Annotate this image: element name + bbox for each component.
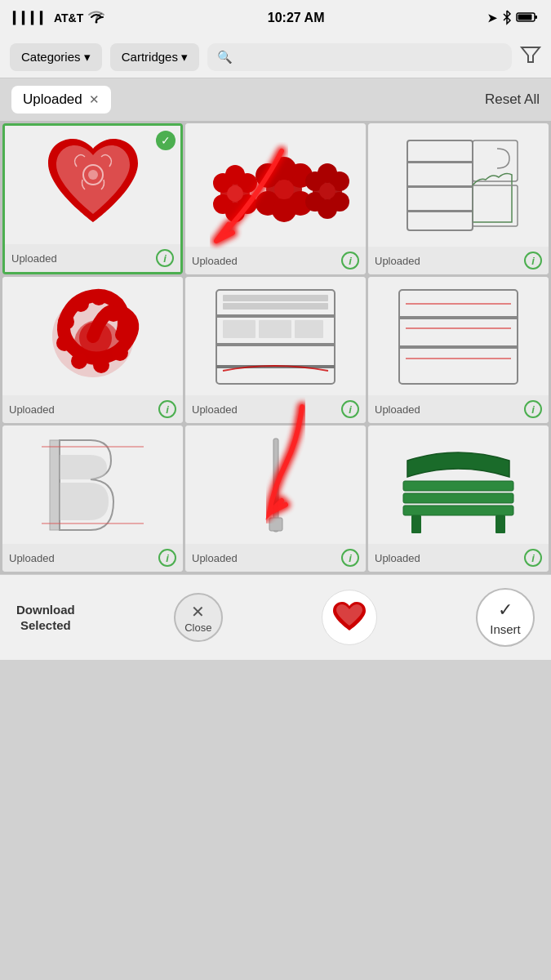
label-text: Uploaded xyxy=(375,552,420,564)
svg-rect-59 xyxy=(399,316,518,319)
close-label: Close xyxy=(184,621,211,634)
grid-item-8-label: Uploaded i xyxy=(185,544,366,572)
info-icon-4[interactable]: i xyxy=(158,400,176,418)
svg-rect-33 xyxy=(407,185,473,188)
grid-item-4-label: Uploaded i xyxy=(2,395,183,423)
svg-point-46 xyxy=(58,314,74,330)
status-left: ▎▎▎▎ AT&T xyxy=(13,11,104,26)
svg-point-21 xyxy=(272,198,296,222)
svg-point-22 xyxy=(274,180,294,199)
close-circle[interactable]: ✕ Close xyxy=(174,593,223,642)
heart-center-button[interactable] xyxy=(322,590,377,645)
close-button[interactable]: ✕ Close xyxy=(174,593,223,642)
svg-rect-71 xyxy=(403,506,513,515)
svg-point-41 xyxy=(118,324,134,341)
grid-item-8-image xyxy=(185,425,366,544)
svg-rect-73 xyxy=(495,515,505,533)
filter-close-icon[interactable]: ✕ xyxy=(89,92,100,107)
svg-rect-72 xyxy=(411,515,421,533)
search-bar[interactable]: 🔍 xyxy=(207,43,512,71)
label-text: Uploaded xyxy=(9,552,55,564)
grid-item-9-label: Uploaded i xyxy=(368,544,549,572)
grid-item-8[interactable]: Uploaded i xyxy=(185,425,366,572)
grid-item-3[interactable]: Uploaded i xyxy=(368,123,549,274)
grid-item-6-label: Uploaded i xyxy=(368,395,549,423)
categories-button[interactable]: Categories ▾ xyxy=(10,43,102,71)
svg-marker-4 xyxy=(522,47,540,62)
svg-point-26 xyxy=(318,163,337,183)
label-text: Uploaded xyxy=(375,403,420,416)
svg-rect-34 xyxy=(407,210,473,212)
info-icon-1[interactable]: i xyxy=(156,249,174,267)
bottom-bar: DownloadSelected ✕ Close ✓ xyxy=(0,574,551,660)
insert-button[interactable]: ✓ Insert xyxy=(476,588,535,647)
filter-tag-label: Uploaded xyxy=(23,91,82,108)
svg-point-0 xyxy=(96,20,98,23)
svg-rect-53 xyxy=(223,295,328,301)
svg-point-40 xyxy=(105,305,122,322)
svg-rect-55 xyxy=(223,320,256,338)
svg-point-45 xyxy=(56,335,73,351)
status-bar: ▎▎▎▎ AT&T 10:27 AM ➤ xyxy=(0,0,551,36)
heart-icon-center xyxy=(322,590,377,645)
info-icon-9[interactable]: i xyxy=(524,549,542,567)
label-text: Uploaded xyxy=(11,252,57,265)
svg-point-48 xyxy=(91,289,107,305)
grid-item-5-image xyxy=(185,277,366,395)
svg-rect-50 xyxy=(216,314,335,318)
grid-item-2-label: Uploaded i xyxy=(185,247,366,274)
bluetooth-icon xyxy=(502,10,512,27)
grid-item-4-image xyxy=(2,277,183,395)
status-right: ➤ xyxy=(487,10,538,27)
label-text: Uploaded xyxy=(192,255,238,267)
info-icon-3[interactable]: i xyxy=(524,252,542,270)
grid-item-2[interactable]: Uploaded i xyxy=(185,123,366,274)
grid-item-9[interactable]: Uploaded i xyxy=(368,425,549,572)
svg-point-43 xyxy=(93,357,109,373)
grid-item-7[interactable]: Uploaded i xyxy=(2,425,183,572)
reset-all-button[interactable]: Reset All xyxy=(485,91,540,108)
label-text: Uploaded xyxy=(192,552,238,564)
info-icon-2[interactable]: i xyxy=(341,252,359,270)
grid-item-3-label: Uploaded i xyxy=(368,247,549,274)
insert-circle[interactable]: ✓ Insert xyxy=(476,588,535,647)
grid-item-1-image: ✓ xyxy=(5,126,180,244)
info-icon-5[interactable]: i xyxy=(341,400,359,418)
grid-item-7-image xyxy=(2,425,183,544)
grid-item-5[interactable]: Uploaded i xyxy=(185,277,366,423)
cartridges-button[interactable]: Cartridges ▾ xyxy=(110,43,199,71)
image-grid: ✓ Uploaded i xyxy=(0,121,551,574)
svg-rect-54 xyxy=(223,303,328,310)
grid-item-6[interactable]: Uploaded i xyxy=(368,277,549,423)
grid-item-4[interactable]: Uploaded i xyxy=(2,277,183,423)
grid-item-5-label: Uploaded i xyxy=(185,395,366,423)
download-selected-label: DownloadSelected xyxy=(16,602,75,634)
svg-point-6 xyxy=(88,170,98,180)
download-selected-button[interactable]: DownloadSelected xyxy=(16,602,75,634)
info-icon-6[interactable]: i xyxy=(524,400,542,418)
info-icon-8[interactable]: i xyxy=(341,549,359,567)
svg-point-39 xyxy=(79,322,112,354)
svg-rect-69 xyxy=(403,481,513,491)
label-text: Uploaded xyxy=(375,255,420,267)
grid-item-1[interactable]: ✓ Uploaded i xyxy=(2,123,183,274)
svg-rect-64 xyxy=(50,440,60,530)
label-text: Uploaded xyxy=(9,403,55,416)
svg-point-29 xyxy=(318,199,337,219)
grid-item-2-image xyxy=(185,123,366,247)
svg-point-30 xyxy=(319,183,335,199)
filter-row: Uploaded ✕ Reset All xyxy=(0,78,551,121)
svg-point-13 xyxy=(225,203,245,222)
svg-point-14 xyxy=(227,185,243,202)
info-icon-7[interactable]: i xyxy=(158,549,176,567)
svg-rect-57 xyxy=(295,320,323,338)
svg-rect-3 xyxy=(518,14,531,20)
svg-rect-51 xyxy=(216,343,335,346)
grid-item-3-image xyxy=(368,123,549,247)
cartridges-label: Cartridges ▾ xyxy=(122,50,188,65)
filter-tag: Uploaded ✕ xyxy=(11,86,111,114)
nav-bar: Categories ▾ Cartridges ▾ 🔍 xyxy=(0,36,551,78)
grid-item-9-image xyxy=(368,425,549,544)
filter-button[interactable] xyxy=(520,44,541,70)
svg-rect-32 xyxy=(407,161,473,163)
